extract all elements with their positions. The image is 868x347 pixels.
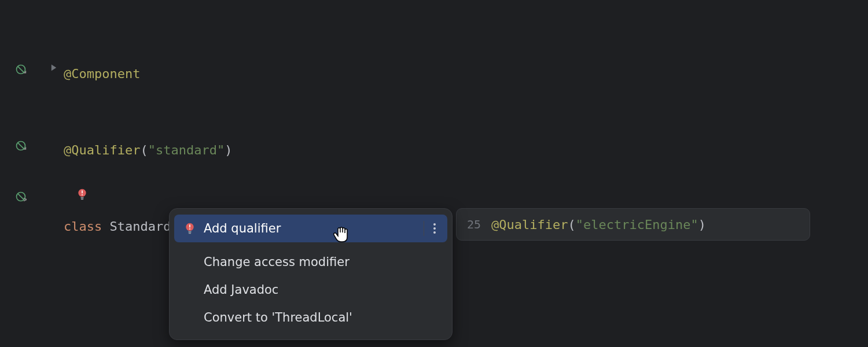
svg-point-20 (433, 231, 436, 234)
fold-toggle-icon[interactable] (50, 64, 58, 72)
annotation-qualifier: @Qualifier (491, 217, 568, 232)
spacer-icon (183, 311, 196, 324)
more-options-icon[interactable] (429, 223, 440, 234)
intention-label: Convert to 'ThreadLocal' (204, 311, 440, 324)
nav-bean-icon[interactable] (14, 190, 28, 204)
intention-item-add-javadoc[interactable]: Add Javadoc (170, 276, 452, 304)
qualifier-value: "standard" (148, 138, 225, 163)
intention-label: Change access modifier (204, 255, 440, 269)
no-entry-icon[interactable] (14, 62, 28, 76)
code-line[interactable]: @Component (64, 61, 410, 87)
popup-gap (170, 242, 452, 248)
svg-rect-15 (189, 228, 190, 230)
annotation-component: @Component (64, 61, 140, 87)
separator (424, 221, 424, 236)
intention-label: Add qualifier (204, 222, 419, 235)
preview-line-number: 25 (467, 217, 481, 231)
intention-item-convert-threadlocal[interactable]: Convert to 'ThreadLocal' (170, 304, 452, 331)
spacer-icon (183, 283, 196, 296)
error-bulb-icon (183, 222, 196, 235)
annotation-qualifier: @Qualifier (64, 138, 140, 163)
qualifier-value: "electricEngine" (576, 217, 698, 232)
intention-label: Add Javadoc (204, 283, 440, 297)
intention-preview: 25 @Qualifier("electricEngine") (456, 208, 810, 241)
code-editor[interactable]: @Component @Qualifier("standard") class … (0, 0, 868, 347)
svg-line-4 (18, 143, 24, 149)
svg-rect-14 (189, 224, 190, 227)
svg-rect-17 (189, 233, 191, 234)
intention-item-change-access[interactable]: Change access modifier (170, 248, 452, 276)
gutter (0, 0, 41, 347)
intention-item-add-qualifier[interactable]: Add qualifier (174, 215, 447, 242)
spacer-icon (183, 256, 196, 268)
svg-line-7 (18, 194, 24, 200)
keyword-class: class (64, 214, 102, 239)
svg-point-19 (433, 227, 436, 230)
svg-rect-16 (189, 231, 192, 232)
svg-line-1 (18, 67, 24, 72)
intention-actions-popup: Add qualifier Change access modifier Add… (169, 208, 453, 340)
no-entry-icon[interactable] (14, 139, 28, 153)
code-line[interactable]: @Qualifier("standard") (64, 138, 410, 163)
svg-point-18 (433, 223, 436, 226)
